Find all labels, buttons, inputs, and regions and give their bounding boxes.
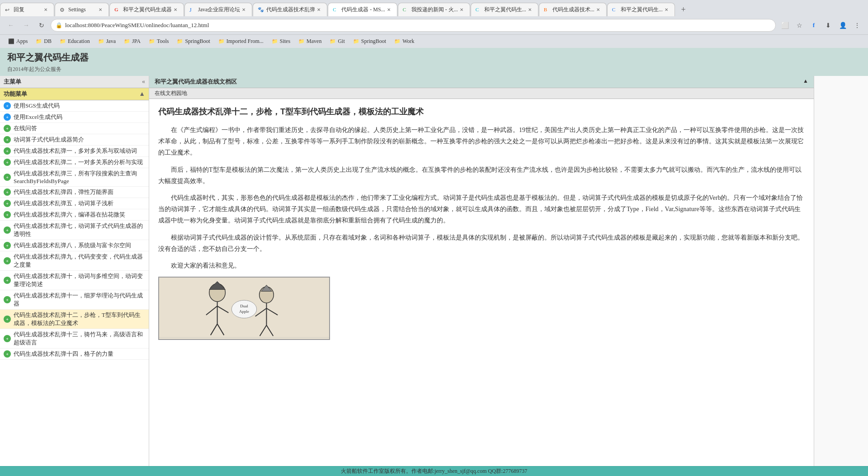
menu-icon-11: + [4,242,11,249]
tab-bar: ↩ 回复 ✕ ⚙ Settings ✕ G 和平之翼代码生成器 ✕ J Java… [0,0,868,16]
tab-7-close[interactable]: ✕ [458,6,465,14]
address-box[interactable]: 🔒 localhost:8080/PeaceWingSMEU/onlinedoc… [51,19,776,32]
reload-button[interactable]: ↻ [35,19,48,32]
bookmark-apps[interactable]: ⬛ Apps [5,37,31,46]
bookmark-tools[interactable]: 📁 Tools [145,37,173,46]
menu-item-4[interactable]: + 代码生成器技术乱弹一，多对多关系与双域动词 [0,146,149,157]
bookmark-springboot1[interactable]: 📁 SpringBoot [173,37,213,46]
tab-10[interactable]: C 和平之翼代码生... ✕ [607,3,675,16]
menu-icon-4: + [4,147,11,155]
bookmark-springboot2-label: SpringBoot [361,38,386,45]
menu-item-label-10: 代码生成器技术乱弹七，动词算子式代码生成器的透明性 [14,222,145,238]
bookmark-star-button[interactable]: ☆ [793,19,806,32]
menu-item-16[interactable]: + 代码生成器技术乱弹十三，骑竹马来，高级语言和超级语言 [0,329,149,349]
menu-item-12[interactable]: + 代码生成器技术乱弹九，代码变变变，代码生成器之度量 [0,251,149,271]
tab-1-close[interactable]: ✕ [42,6,49,14]
tab-9-favicon: B [544,7,550,13]
menu-item-2[interactable]: + 在线问答 [0,123,149,134]
profile-button[interactable]: 👤 [836,19,849,32]
tab-8[interactable]: C 和平之翼代码生... ✕ [471,3,538,16]
sidebar-func-collapse-icon[interactable]: ▲ [139,90,145,98]
tab-9-close[interactable]: ✕ [594,6,602,14]
content-subheader-text: 在线文档园地 [155,90,187,96]
tab-3-close[interactable]: ✕ [172,6,179,14]
menu-icon-16: + [4,335,11,342]
bookmark-imported[interactable]: 📁 Imported From... [215,37,267,46]
menu-item-9[interactable]: + 代码生成器技术乱弹六，编译器在拈花微笑 [0,209,149,221]
fb-button[interactable]: f [807,19,820,32]
tab-5-close[interactable]: ✕ [315,6,322,14]
tab-6-favicon: C [333,7,339,13]
menu-item-label-14: 代码生成器技术乱弹十一，细罗华理论与代码生成器 [14,292,145,308]
tab-4-close[interactable]: ✕ [240,6,247,14]
bookmark-imported-label: Imported From... [226,38,264,45]
tab-8-favicon: C [476,7,482,13]
tab-5[interactable]: 🐾 代码生成器技术乱弹 ✕ [253,3,327,16]
menu-item-label-3: 动词算子式代码生成器简介 [14,136,84,144]
imported-folder-icon: 📁 [218,38,225,44]
bookmark-springboot2[interactable]: 📁 SpringBoot [349,37,390,46]
bookmark-sites[interactable]: 📁 Sites [268,37,294,46]
menu-icon-12: + [4,257,11,264]
bookmark-git[interactable]: 📁 Git [326,37,348,46]
forward-button[interactable]: → [20,19,33,32]
menu-item-label-7: 代码生成器技术乱弹四，弹性万能界面 [14,188,113,196]
tab-7[interactable]: C 我投递的新闻 - 火... ✕ [398,3,470,16]
menu-item-14[interactable]: + 代码生成器技术乱弹十一，细罗华理论与代码生成器 [0,290,149,310]
menu-button[interactable]: ⋮ [851,19,863,32]
menu-item-5[interactable]: + 代码生成器技术乱弹二，一对多关系的分析与实现 [0,157,149,168]
tab-1-title: 回复 [14,6,42,14]
menu-item-13[interactable]: + 代码生成器技术乱弹十，动词与多维空间，动词变量理论简述 [0,271,149,290]
bookmark-springboot1-label: SpringBoot [185,38,210,45]
tab-2[interactable]: ⚙ Settings ✕ [55,3,109,16]
menu-item-label-12: 代码生成器技术乱弹九，代码变变变，代码生成器之度量 [14,253,145,269]
tab-4-favicon: J [189,7,196,13]
tab-6-close[interactable]: ✕ [385,6,392,14]
bookmark-work[interactable]: 📁 Work [391,37,418,46]
tab-6[interactable]: C 代码生成器 - MS... ✕ [328,3,397,16]
menu-item-6[interactable]: + 代码生成器技术乱弹三，所有字段搜索的主查询SearchByFieldsByP… [0,168,149,187]
menu-item-3[interactable]: + 动词算子式代码生成器简介 [0,134,149,146]
menu-icon-14: + [4,296,11,303]
tab-10-close[interactable]: ✕ [663,6,670,14]
sidebar-func-header: 功能菜单 ▲ [0,88,149,100]
menu-item-17[interactable]: + 代码生成器技术乱弹十四，格子的力量 [0,349,149,360]
tab-2-close[interactable]: ✕ [97,6,104,14]
menu-icon-3: + [4,136,11,143]
menu-icon-1: + [4,113,11,121]
article-image: Dual Apple [158,277,330,340]
tab-8-close[interactable]: ✕ [526,6,533,14]
content-header-collapse[interactable]: ▲ [803,78,808,85]
tab-1[interactable]: ↩ 回复 ✕ [0,3,54,16]
right-panel [814,76,868,466]
bookmark-education-label: Education [68,38,90,45]
menu-item-8[interactable]: + 代码生成器技术乱弹五，动词算子浅析 [0,198,149,209]
menu-item-1[interactable]: + 使用Excel生成代码 [0,112,149,123]
menu-item-label-5: 代码生成器技术乱弹二，一对多关系的分析与实现 [14,158,143,166]
bookmark-java[interactable]: 📁 Java [94,37,119,46]
menu-item-label-4: 代码生成器技术乱弹一，多对多关系与双域动词 [14,147,137,155]
address-bar-row: ← → ↻ 🔒 localhost:8080/PeaceWingSMEU/onl… [0,16,868,34]
new-tab-button[interactable]: + [677,3,690,16]
tab-3[interactable]: G 和平之翼代码生成器 ✕ [109,3,184,16]
screenshot-button[interactable]: ⬜ [778,19,791,32]
tab-4[interactable]: J Java企业应用论坛 ✕ [184,3,252,16]
menu-item-11[interactable]: + 代码生成器技术乱弹八，系统级与富卡尔空间 [0,240,149,251]
bookmark-education[interactable]: 📁 Education [56,37,94,46]
apps-icon: ⬛ [8,38,14,44]
tab-3-title: 和平之翼代码生成器 [123,6,172,14]
menu-item-7[interactable]: + 代码生成器技术乱弹四，弹性万能界面 [0,187,149,198]
content-body: 代码生成器技术乱弹十二，步枪，T型车到代码生成器，模板法的工业魔术 在《产生式编… [149,99,814,466]
education-folder-icon: 📁 [60,38,66,44]
bookmark-jpa[interactable]: 📁 JPA [120,37,144,46]
menu-item-15[interactable]: + 代码生成器技术乱弹十二，步枪，T型车到代码生成器，模板法的工业魔术 [0,310,149,329]
menu-icon-9: + [4,211,11,218]
bookmark-maven[interactable]: 📁 Maven [295,37,325,46]
back-button[interactable]: ← [5,19,17,32]
sidebar-collapse-icon[interactable]: « [142,78,145,85]
menu-item-10[interactable]: + 代码生成器技术乱弹七，动词算子式代码生成器的透明性 [0,221,149,240]
menu-item-0[interactable]: + 使用SGS生成代码 [0,100,149,112]
tab-9[interactable]: B 代码生成器技术... ✕ [539,3,607,16]
download-button[interactable]: ⬇ [822,19,835,32]
bookmark-db[interactable]: 📁 DB [32,37,55,46]
